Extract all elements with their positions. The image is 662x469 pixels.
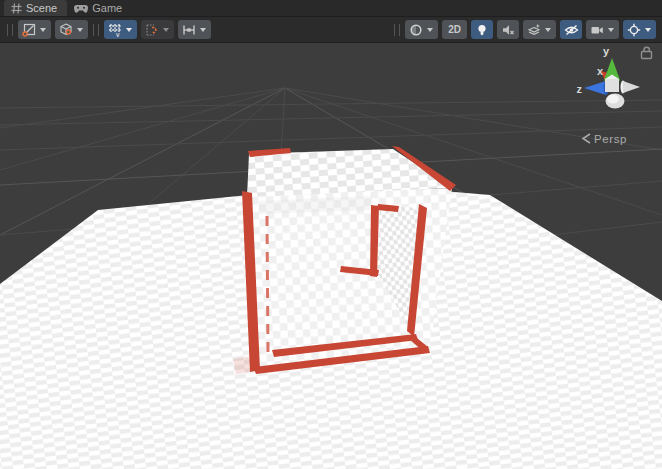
gizmo-crosshair-icon bbox=[626, 22, 642, 38]
z-axis-label: z bbox=[577, 83, 583, 95]
pivot-orientation-button[interactable] bbox=[55, 20, 88, 39]
gizmos-button[interactable] bbox=[623, 20, 656, 39]
camera-icon bbox=[589, 22, 605, 38]
audio-mute-button[interactable] bbox=[497, 20, 519, 39]
snap-button[interactable] bbox=[141, 20, 174, 39]
grid-visibility-icon: y bbox=[107, 22, 123, 38]
scene-visibility-button[interactable] bbox=[560, 20, 582, 39]
effects-layers-icon bbox=[526, 22, 542, 38]
scene-viewport[interactable]: y z x Persp bbox=[0, 43, 662, 469]
snap-magnet-icon bbox=[144, 22, 160, 38]
tool-settings-button[interactable] bbox=[18, 20, 51, 39]
chevron-down-icon bbox=[645, 28, 651, 35]
chevron-down-icon bbox=[545, 28, 551, 35]
tab-label: Game bbox=[92, 2, 122, 14]
chevron-down-icon bbox=[163, 28, 169, 35]
chevron-down-icon bbox=[608, 28, 614, 35]
grid-size-icon bbox=[181, 22, 197, 38]
chevron-down-icon bbox=[427, 28, 433, 35]
tool-settings-icon bbox=[21, 22, 37, 38]
chevron-down-icon bbox=[126, 28, 132, 35]
2d-toggle-label: 2D bbox=[445, 24, 464, 35]
y-axis-label: y bbox=[603, 45, 610, 57]
gamepad-icon bbox=[74, 4, 88, 13]
pivot-cube-icon bbox=[58, 22, 74, 38]
tab-bar: Scene Game bbox=[0, 0, 662, 17]
drag-handle[interactable] bbox=[7, 24, 13, 36]
2d-toggle-button[interactable]: 2D bbox=[442, 20, 467, 39]
svg-text:y: y bbox=[116, 30, 120, 37]
cube-object[interactable] bbox=[233, 146, 456, 374]
scene-lighting-button[interactable] bbox=[471, 20, 493, 39]
audio-muted-icon bbox=[500, 22, 516, 38]
chevron-down-icon bbox=[40, 28, 46, 35]
camera-settings-button[interactable] bbox=[586, 20, 619, 39]
chevron-down-icon bbox=[77, 28, 83, 35]
grid-snap-size-button[interactable] bbox=[178, 20, 211, 39]
grid-icon bbox=[11, 3, 22, 14]
shaded-circle-icon bbox=[408, 22, 424, 38]
light-bulb-icon bbox=[474, 22, 490, 38]
tab-scene[interactable]: Scene bbox=[4, 0, 67, 16]
chevron-down-icon bbox=[200, 28, 206, 35]
scene-toolbar: y bbox=[0, 17, 662, 43]
tab-game[interactable]: Game bbox=[67, 0, 132, 16]
projection-label: Persp bbox=[594, 133, 627, 145]
hidden-eye-icon bbox=[563, 22, 579, 38]
drag-handle[interactable] bbox=[394, 24, 400, 36]
grid-visibility-button[interactable]: y bbox=[104, 20, 137, 39]
unity-scene-view-window: Scene Game bbox=[0, 0, 662, 469]
draw-mode-button[interactable] bbox=[405, 20, 438, 39]
x-axis-label: x bbox=[597, 65, 604, 77]
tab-label: Scene bbox=[26, 2, 57, 14]
drag-handle[interactable] bbox=[93, 24, 99, 36]
effects-button[interactable] bbox=[523, 20, 556, 39]
